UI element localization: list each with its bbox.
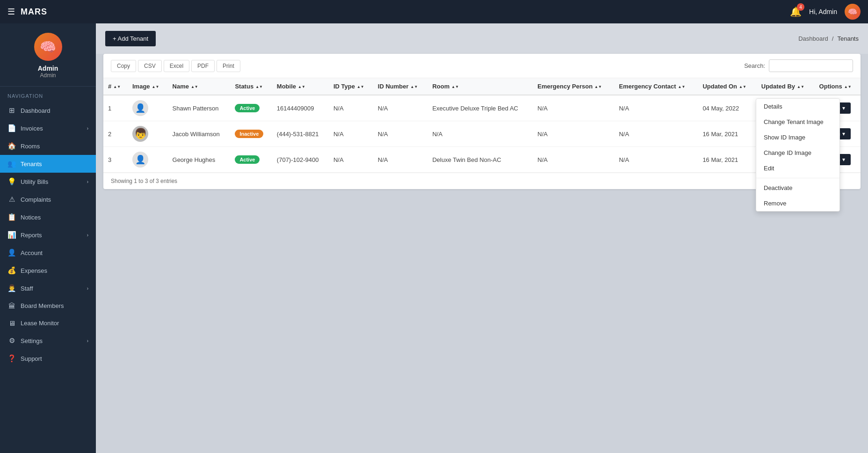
col-updated-by: Updated By▲▼ xyxy=(757,78,815,95)
dropdown-item-details[interactable]: Details xyxy=(756,99,839,114)
cell-status-2: Inactive xyxy=(230,121,272,147)
tenant-avatar-1: 👤 xyxy=(132,100,148,116)
topbar-greeting: Hi, Admin xyxy=(809,8,837,15)
breadcrumb-home[interactable]: Dashboard xyxy=(798,35,828,42)
sidebar-label-lease: Lease Monitor xyxy=(21,320,59,327)
sidebar-item-settings[interactable]: ⚙ Settings › xyxy=(0,332,96,350)
sidebar-label-account: Account xyxy=(21,249,43,256)
sidebar-label-notices: Notices xyxy=(21,214,41,221)
sidebar-item-lease-monitor[interactable]: 🖥 Lease Monitor xyxy=(0,314,96,332)
col-status: Status▲▼ xyxy=(230,78,272,95)
export-buttons: Copy CSV Excel PDF Print xyxy=(111,60,240,72)
cell-mobile-3: (707)-102-9400 xyxy=(272,147,329,173)
cell-id-type-1: N/A xyxy=(329,95,373,121)
cell-updated-on-2: 16 Mar, 2021 xyxy=(698,121,756,147)
col-emergency-person: Emergency Person▲▼ xyxy=(533,78,614,95)
cell-num-1: 1 xyxy=(103,95,128,121)
sidebar-label-utility: Utility Bills xyxy=(21,178,48,185)
sidebar-item-expenses[interactable]: 💰 Expenses xyxy=(0,262,96,279)
col-name: Name▲▼ xyxy=(168,78,231,95)
invoices-arrow: › xyxy=(87,126,88,131)
status-badge-3: Active xyxy=(235,155,260,164)
search-input[interactable] xyxy=(769,59,853,72)
sidebar-item-reports[interactable]: 📊 Reports › xyxy=(0,226,96,244)
dashboard-icon: ⊞ xyxy=(7,106,16,115)
col-num: #▲▼ xyxy=(103,78,128,95)
cell-emergency-person-3: N/A xyxy=(533,147,614,173)
dropdown-item-change-id-image[interactable]: Change ID Image xyxy=(756,145,839,161)
reports-icon: 📊 xyxy=(7,231,16,239)
sidebar-label-expenses: Expenses xyxy=(21,267,47,274)
support-icon: ❓ xyxy=(7,354,16,363)
cell-status-3: Active xyxy=(230,147,272,173)
sidebar-label-rooms: Rooms xyxy=(21,143,40,150)
col-mobile: Mobile▲▼ xyxy=(272,78,329,95)
dropdown-item-deactivate[interactable]: Deactivate xyxy=(756,180,839,196)
notification-badge: 4 xyxy=(797,3,804,11)
app-logo: MARS xyxy=(21,7,790,17)
status-badge-1: Active xyxy=(235,104,260,112)
sidebar-item-account[interactable]: 👤 Account xyxy=(0,244,96,262)
sidebar-label-staff: Staff xyxy=(21,285,33,292)
sidebar-item-support[interactable]: ❓ Support xyxy=(0,350,96,367)
sidebar-item-rooms[interactable]: 🏠 Rooms xyxy=(0,137,96,155)
topbar-avatar[interactable]: 🧠 xyxy=(845,4,861,20)
csv-button[interactable]: CSV xyxy=(138,60,162,72)
sidebar-label-reports: Reports xyxy=(21,232,42,239)
col-id-type: ID Type▲▼ xyxy=(329,78,373,95)
dropdown-item-remove[interactable]: Remove xyxy=(756,196,839,211)
copy-button[interactable]: Copy xyxy=(111,60,136,72)
col-id-number: ID Number▲▼ xyxy=(373,78,428,95)
sidebar-username: Admin xyxy=(38,65,58,72)
table-row: 1 👤 Shawn Patterson Active 16144409009 N… xyxy=(103,95,861,121)
utility-icon: 💡 xyxy=(7,177,16,186)
sidebar-item-invoices[interactable]: 📄 Invoices › xyxy=(0,119,96,137)
add-tenant-button[interactable]: + Add Tenant xyxy=(105,31,156,46)
hamburger-icon[interactable]: ☰ xyxy=(7,7,15,17)
cell-emergency-contact-3: N/A xyxy=(614,147,698,173)
sidebar-label-invoices: Invoices xyxy=(21,125,43,132)
excel-button[interactable]: Excel xyxy=(164,60,189,72)
cell-emergency-contact-2: N/A xyxy=(614,121,698,147)
account-icon: 👤 xyxy=(7,248,16,257)
table-row: 2 👦 Jacob Williamson Inactive (444)-531-… xyxy=(103,121,861,147)
cell-id-number-3: N/A xyxy=(373,147,428,173)
layout: 🧠 Admin Admin Navigation ⊞ Dashboard 📄 I… xyxy=(0,23,868,453)
cell-name-2: Jacob Williamson xyxy=(168,121,231,147)
cell-num-2: 2 xyxy=(103,121,128,147)
dropdown-item-edit[interactable]: Edit xyxy=(756,161,839,176)
cell-num-3: 3 xyxy=(103,147,128,173)
breadcrumb-separator: / xyxy=(832,35,834,42)
sidebar-item-notices[interactable]: 📋 Notices xyxy=(0,208,96,226)
topbar-right: 🔔 4 Hi, Admin 🧠 xyxy=(790,4,861,20)
lease-icon: 🖥 xyxy=(7,319,16,327)
sidebar-nav-label: Navigation xyxy=(0,87,96,102)
tenants-table: #▲▼ Image▲▼ Name▲▼ Status▲▼ Mobile▲▼ ID … xyxy=(103,78,861,173)
tenant-avatar-3: 👤 xyxy=(132,152,148,168)
cell-id-type-3: N/A xyxy=(329,147,373,173)
cell-name-1: Shawn Patterson xyxy=(168,95,231,121)
topbar: ☰ MARS 🔔 4 Hi, Admin 🧠 xyxy=(0,0,868,23)
complaints-icon: ⚠ xyxy=(7,195,16,204)
sidebar-item-utility-bills[interactable]: 💡 Utility Bills › xyxy=(0,173,96,190)
sidebar-item-board-members[interactable]: 🏛 Board Members xyxy=(0,297,96,314)
sidebar-item-complaints[interactable]: ⚠ Complaints xyxy=(0,190,96,208)
table-container: Copy CSV Excel PDF Print Search: #▲▼ xyxy=(103,54,861,189)
cell-image-1: 👤 xyxy=(128,95,168,121)
table-header-row: #▲▼ Image▲▼ Name▲▼ Status▲▼ Mobile▲▼ ID … xyxy=(103,78,861,95)
pdf-button[interactable]: PDF xyxy=(191,60,215,72)
col-image: Image▲▼ xyxy=(128,78,168,95)
sidebar-item-tenants[interactable]: 👥 Tenants xyxy=(0,155,96,173)
sidebar-item-dashboard[interactable]: ⊞ Dashboard xyxy=(0,102,96,119)
sidebar-item-staff[interactable]: 👨‍💼 Staff › xyxy=(0,279,96,297)
board-icon: 🏛 xyxy=(7,302,16,310)
staff-arrow: › xyxy=(87,286,88,291)
cell-room-2: N/A xyxy=(427,121,533,147)
print-button[interactable]: Print xyxy=(217,60,240,72)
dropdown-divider xyxy=(756,178,839,178)
sidebar-label-complaints: Complaints xyxy=(21,196,51,203)
action-arrow-1: ▾ xyxy=(842,105,845,111)
cell-mobile-2: (444)-531-8821 xyxy=(272,121,329,147)
dropdown-item-change-tenant-image[interactable]: Change Tenant Image xyxy=(756,114,839,130)
dropdown-item-show-id-image[interactable]: Show ID Image xyxy=(756,130,839,145)
